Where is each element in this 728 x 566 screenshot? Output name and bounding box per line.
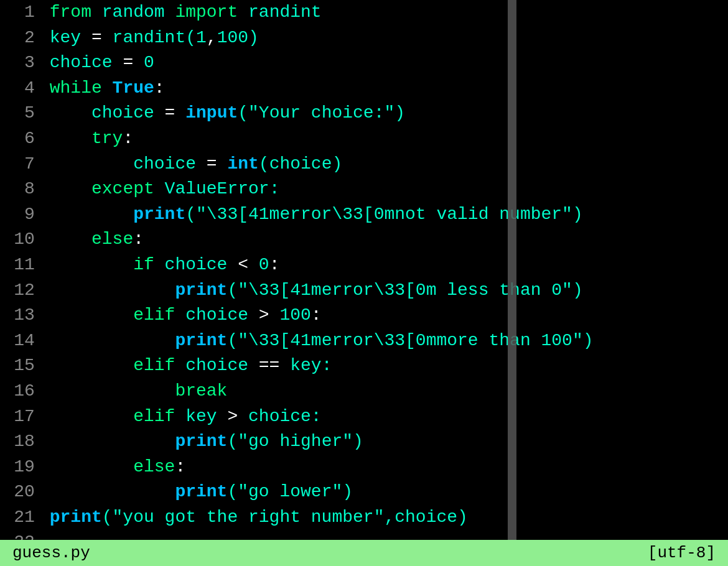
token-ident: (choice)	[259, 154, 342, 174]
token-op: =	[91, 28, 102, 47]
token-kw-true: True	[113, 78, 154, 98]
line-content: except ValueError:	[45, 177, 728, 202]
line-number: 12	[0, 278, 45, 304]
table-row: 5 choice = input("Your choice:")	[0, 101, 728, 126]
token-kw-try: try	[91, 129, 123, 148]
token-op: :	[311, 305, 322, 325]
editor: 1from random import randint2key = randin…	[0, 0, 728, 566]
line-number: 22	[0, 530, 45, 540]
token-kw-import: import	[175, 2, 238, 22]
line-content: elif key > choice:	[45, 404, 728, 430]
line-number: 16	[0, 379, 45, 404]
table-row: 14 print("\33[41merror\33[0mmore than 10…	[0, 328, 728, 354]
token-op: :	[269, 255, 280, 274]
table-row: 2key = randint(1,100)	[0, 26, 728, 51]
line-number: 6	[0, 126, 45, 152]
line-number: 1	[0, 0, 45, 26]
token-ident	[50, 482, 175, 501]
line-content: elif choice > 100:	[45, 303, 728, 328]
table-row: 20 print("go lower")	[0, 480, 728, 505]
line-number: 9	[0, 202, 45, 228]
line-content: print("you got the right number",choice)	[45, 505, 728, 531]
token-ident	[175, 103, 185, 123]
token-ident	[269, 305, 280, 325]
line-number: 20	[0, 480, 45, 505]
line-content: elif choice == key:	[45, 353, 728, 379]
status-filename: guess.py	[12, 544, 90, 562]
line-content: from random import randint	[45, 0, 728, 26]
token-op: =	[123, 53, 133, 72]
token-str: ("you got the right number",choice)	[102, 508, 468, 527]
token-str: ("\33[41merror\33[0mnot valid number")	[185, 205, 583, 224]
token-ident: )	[248, 28, 259, 47]
line-number: 3	[0, 50, 45, 76]
token-kw-break: break	[175, 381, 227, 401]
line-content: print("\33[41merror\33[0mmore than 100")	[45, 328, 728, 354]
line-content: choice = int(choice)	[45, 152, 728, 177]
scrollbar[interactable]	[508, 0, 516, 540]
line-number: 17	[0, 404, 45, 430]
token-num: 1	[196, 28, 207, 47]
table-row: 17 elif key > choice:	[0, 404, 728, 430]
line-content: else:	[45, 227, 728, 253]
token-ident	[50, 331, 175, 350]
code-body: 1from random import randint2key = randin…	[0, 0, 728, 540]
line-number: 11	[0, 253, 45, 278]
table-row: 22	[0, 530, 728, 540]
token-kw-input: input	[185, 103, 238, 123]
token-ident: choice	[50, 154, 207, 174]
code-area[interactable]: 1from random import randint2key = randin…	[0, 0, 728, 540]
token-ident	[133, 53, 144, 72]
token-ident: choice	[50, 103, 165, 123]
token-op: :	[133, 230, 144, 249]
token-ident	[217, 154, 228, 174]
table-row: 11 if choice < 0:	[0, 253, 728, 278]
token-num: 100	[279, 305, 310, 325]
line-number: 2	[0, 26, 45, 51]
token-ident	[50, 432, 175, 451]
line-number: 18	[0, 429, 45, 455]
line-content: if choice < 0:	[45, 253, 728, 278]
token-ident	[50, 281, 175, 300]
token-kw-print: print	[50, 508, 102, 527]
token-str: ("go higher")	[227, 432, 363, 451]
table-row: 4while True:	[0, 76, 728, 101]
token-ident: key	[50, 28, 91, 47]
token-op: :	[175, 457, 185, 476]
token-op: :	[154, 78, 165, 98]
token-str: ("Your choice:")	[238, 103, 405, 123]
token-ident: key	[175, 407, 227, 426]
token-ident	[50, 230, 91, 249]
token-op: =	[165, 103, 175, 123]
token-ident: choice	[154, 255, 238, 274]
table-row: 13 elif choice > 100:	[0, 303, 728, 328]
token-op: :	[123, 129, 133, 148]
token-kw-while: while	[50, 78, 102, 98]
token-kw-print: print	[175, 331, 227, 350]
line-content: key = randint(1,100)	[45, 26, 728, 51]
token-ident	[50, 255, 133, 274]
line-content: print("go lower")	[45, 480, 728, 505]
line-number: 5	[0, 101, 45, 126]
table-row: 18 print("go higher")	[0, 429, 728, 455]
token-ident: random	[91, 2, 175, 22]
token-str: ("go lower")	[227, 482, 353, 501]
table-row: 16 break	[0, 379, 728, 404]
token-op: <	[238, 255, 248, 274]
table-row: 15 elif choice == key:	[0, 353, 728, 379]
table-row: 8 except ValueError:	[0, 177, 728, 202]
line-number: 14	[0, 328, 45, 354]
token-kw-print: print	[175, 281, 227, 300]
token-ident: choice	[175, 356, 258, 375]
token-op: ==	[259, 356, 280, 375]
line-number: 13	[0, 303, 45, 328]
table-row: 21print("you got the right number",choic…	[0, 505, 728, 531]
token-kw-from: from	[50, 2, 91, 22]
line-content: print("\33[41merror\33[0mnot valid numbe…	[45, 202, 728, 228]
code-table: 1from random import randint2key = randin…	[0, 0, 728, 540]
token-ident	[50, 407, 133, 426]
token-ident: choice:	[238, 407, 321, 426]
line-content: choice = 0	[45, 50, 728, 76]
token-kw-print: print	[175, 482, 227, 501]
table-row: 6 try:	[0, 126, 728, 152]
